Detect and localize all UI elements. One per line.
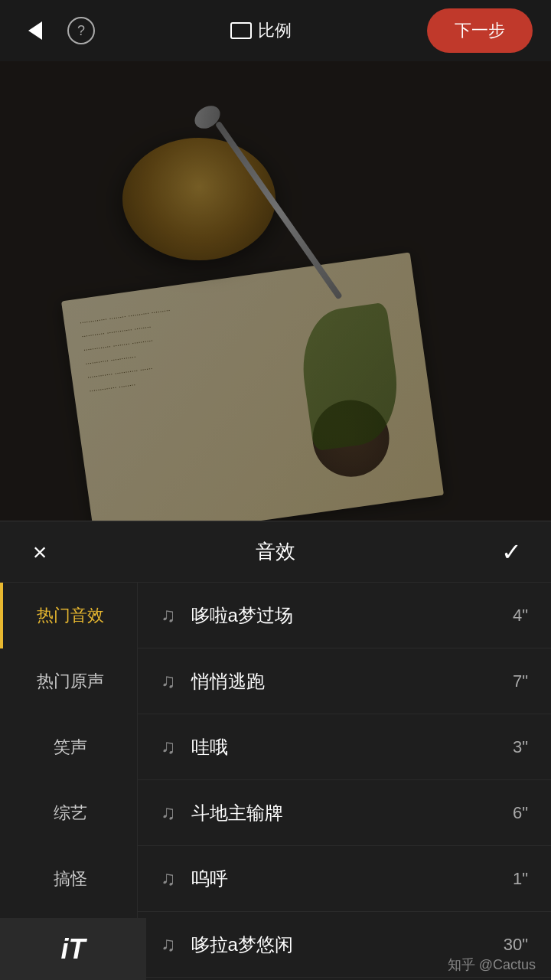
panel-title: 音效 (256, 538, 295, 565)
sound-name: 哇哦 (191, 735, 497, 760)
sound-item-2[interactable]: ♫悄悄逃跑7" (138, 648, 551, 714)
sound-duration: 7" (513, 671, 528, 691)
check-icon: ✓ (501, 537, 522, 567)
zhihu-credit: 知乎 @Cactus (448, 956, 536, 974)
image-area: ............. ........ .......... ......… (0, 61, 551, 551)
sound-item-4[interactable]: ♫斗地主输牌6" (138, 780, 551, 846)
music-note-icon: ♫ (161, 933, 176, 956)
confirm-button[interactable]: ✓ (494, 535, 528, 569)
watermark-text: iT (61, 933, 86, 965)
top-bar: ? 比例 下一步 (0, 0, 551, 61)
sidebar-item-hot-voice[interactable]: 热门原声 (0, 648, 137, 714)
sound-item-5[interactable]: ♫呜呼1" (138, 846, 551, 912)
help-label: ? (77, 23, 85, 39)
sound-duration: 1" (513, 869, 528, 889)
bottom-panel: × 音效 ✓ 热门音效热门原声笑声综艺搞怪提示 ♫哆啦a梦过场4"♫悄悄逃跑7"… (0, 521, 551, 980)
music-note-icon: ♫ (161, 669, 176, 693)
close-button[interactable]: × (23, 535, 57, 569)
close-icon: × (33, 540, 47, 564)
music-note-icon: ♫ (161, 735, 176, 759)
sound-item-3[interactable]: ♫哇哦3" (138, 714, 551, 780)
top-bar-left: ? (18, 14, 95, 47)
back-icon (28, 21, 42, 40)
sound-name: 悄悄逃跑 (191, 669, 497, 694)
sound-duration: 4" (513, 606, 528, 626)
sound-name: 呜呼 (191, 867, 497, 891)
sound-list: ♫哆啦a梦过场4"♫悄悄逃跑7"♫哇哦3"♫斗地主输牌6"♫呜呼1"♫哆拉a梦悠… (138, 583, 551, 980)
watermark-badge: iT (0, 918, 146, 980)
music-note-icon: ♫ (161, 801, 176, 825)
image-overlay (0, 61, 551, 551)
next-button[interactable]: 下一步 (427, 8, 533, 53)
ratio-label: 比例 (258, 19, 292, 42)
photo-scene: ............. ........ .......... ......… (0, 61, 551, 551)
help-button[interactable]: ? (67, 17, 95, 44)
sound-name: 哆拉a梦悠闲 (191, 933, 488, 957)
panel-header: × 音效 ✓ (0, 521, 551, 583)
sidebar-item-laugh[interactable]: 笑声 (0, 714, 137, 780)
ratio-button[interactable]: 比例 (230, 19, 292, 42)
sidebar-item-hot-effects[interactable]: 热门音效 (0, 583, 137, 648)
sound-duration: 3" (513, 737, 528, 757)
ratio-icon (230, 22, 252, 39)
music-note-icon: ♫ (161, 603, 176, 627)
sound-name: 哆啦a梦过场 (191, 603, 497, 628)
back-button[interactable] (18, 14, 52, 47)
music-note-icon: ♫ (161, 867, 176, 890)
sound-duration: 30" (504, 935, 528, 955)
sidebar-item-variety[interactable]: 综艺 (0, 780, 137, 846)
sidebar-item-weird[interactable]: 搞怪 (0, 846, 137, 912)
sound-duration: 6" (513, 803, 528, 823)
sound-name: 斗地主输牌 (191, 801, 497, 825)
sound-item-1[interactable]: ♫哆啦a梦过场4" (138, 583, 551, 648)
